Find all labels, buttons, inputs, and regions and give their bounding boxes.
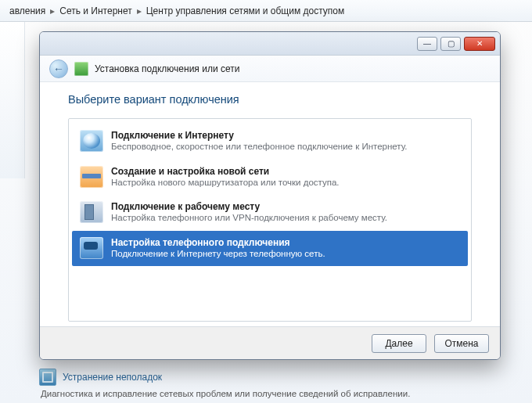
troubleshoot-link[interactable]: Устранение неполадок — [39, 369, 524, 386]
option-title: Подключение к рабочему месту — [111, 201, 460, 212]
breadcrumb-sep-icon: ▸ — [135, 5, 143, 16]
breadcrumb-sep-icon: ▸ — [49, 5, 56, 16]
breadcrumb[interactable]: авления ▸ Сеть и Интернет ▸ Центр управл… — [0, 0, 532, 22]
option-title: Настройка телефонного подключения — [111, 237, 460, 248]
option-sub: Настройка нового маршрутизатора или точк… — [111, 177, 460, 189]
globe-icon — [80, 130, 103, 152]
wizard-button-bar: Далее Отмена — [40, 326, 500, 359]
breadcrumb-item[interactable]: авления — [6, 5, 49, 16]
breadcrumb-item[interactable]: Сеть и Интернет — [56, 5, 135, 16]
close-button[interactable]: ✕ — [464, 37, 495, 51]
next-button-label: Далее — [385, 338, 412, 349]
wizard-subtitle: Установка подключения или сети — [95, 63, 239, 74]
router-icon — [80, 166, 103, 188]
back-button[interactable]: ← — [49, 59, 68, 78]
option-title: Создание и настройка новой сети — [111, 166, 460, 177]
titlebar[interactable]: — ▢ ✕ — [40, 32, 500, 56]
cancel-button-label: Отмена — [444, 338, 478, 349]
back-arrow-icon: ← — [53, 63, 64, 75]
options-list: Подключение к Интернету Беспроводное, ск… — [68, 118, 472, 322]
option-new-network[interactable]: Создание и настройка новой сети Настройк… — [72, 160, 468, 196]
phone-icon — [80, 237, 103, 259]
close-icon: ✕ — [476, 39, 483, 48]
maximize-button[interactable]: ▢ — [440, 37, 461, 51]
building-icon — [80, 201, 103, 223]
option-sub: Подключение к Интернету через телефонную… — [111, 248, 460, 261]
option-workplace[interactable]: Подключение к рабочему месту Настройка т… — [72, 195, 468, 231]
minimize-button[interactable]: — — [417, 37, 437, 51]
wizard-dialog: — ▢ ✕ ← Установка подключения или сети В… — [39, 31, 501, 360]
wizard-heading: Выберите вариант подключения — [68, 93, 472, 106]
troubleshoot-desc: Диагностика и исправление сетевых пробле… — [41, 389, 524, 398]
maximize-icon: ▢ — [448, 39, 455, 48]
wizard-content: Выберите вариант подключения Подключение… — [40, 82, 500, 326]
bg-footer: Устранение неполадок Диагностика и испра… — [39, 369, 524, 398]
option-dialup[interactable]: Настройка телефонного подключения Подклю… — [72, 231, 468, 267]
troubleshoot-icon — [39, 369, 56, 386]
breadcrumb-item[interactable]: Центр управления сетями и общим доступом — [143, 5, 348, 16]
cancel-button[interactable]: Отмена — [434, 334, 489, 353]
option-title: Подключение к Интернету — [111, 130, 460, 141]
option-internet[interactable]: Подключение к Интернету Беспроводное, ск… — [72, 124, 468, 160]
option-sub: Настройка телефонного или VPN-подключени… — [111, 212, 460, 225]
minimize-icon: — — [423, 39, 431, 48]
left-nav-fragment — [0, 22, 25, 178]
wizard-subheader: ← Установка подключения или сети — [40, 56, 500, 82]
troubleshoot-link-label: Устранение неполадок — [63, 372, 162, 383]
wizard-app-icon — [74, 62, 88, 76]
option-sub: Беспроводное, скоростное или телефонное … — [111, 141, 460, 153]
next-button[interactable]: Далее — [372, 334, 426, 353]
